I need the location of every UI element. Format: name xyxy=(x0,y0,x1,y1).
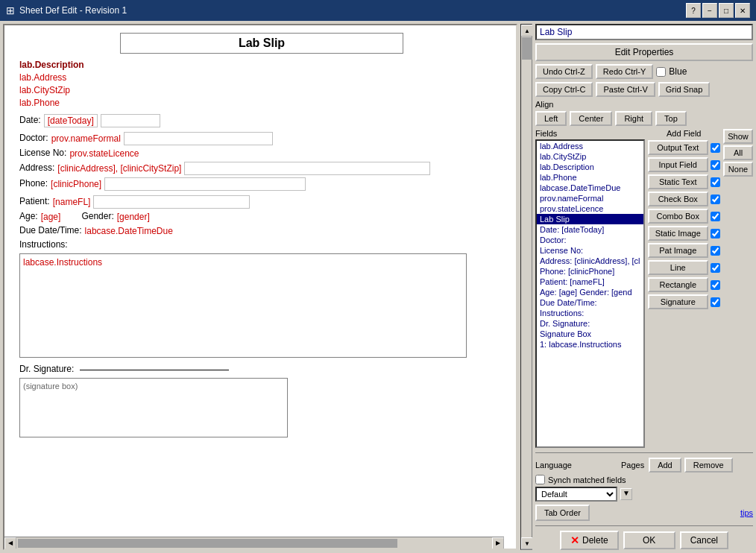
fields-list-item[interactable]: Due Date/Time: xyxy=(537,297,643,308)
fields-list-item[interactable]: 1: labcase.Instructions xyxy=(537,339,643,350)
fields-list-item[interactable]: Patient: [nameFL] xyxy=(537,276,643,287)
fields-list-item[interactable]: Instructions: xyxy=(537,308,643,318)
scroll-left-btn[interactable]: ◀ xyxy=(4,537,16,549)
language-select[interactable]: Default xyxy=(535,487,617,502)
blue-checkbox[interactable] xyxy=(656,67,666,77)
input-field-button[interactable]: Input Field xyxy=(648,157,709,172)
copy-button[interactable]: Copy Ctrl-C xyxy=(535,82,593,97)
fields-list-item[interactable]: labcase.DateTimeDue xyxy=(537,183,643,193)
name-input[interactable] xyxy=(535,24,753,40)
combo-box-checkbox[interactable] xyxy=(711,212,720,221)
restore-button[interactable]: □ xyxy=(719,3,734,18)
fields-list-item[interactable]: prov.nameFormal xyxy=(537,193,643,203)
edit-properties-button[interactable]: Edit Properties xyxy=(535,43,753,61)
ok-button[interactable]: OK xyxy=(623,531,675,549)
fields-list-item[interactable]: Lab Slip xyxy=(537,214,643,224)
fields-list-item[interactable]: Phone: [clinicPhone] xyxy=(537,266,643,276)
patient-row: Patient: [nameFL] xyxy=(19,195,504,209)
fields-list-item[interactable]: Doctor: xyxy=(537,235,643,245)
fields-list-item[interactable]: lab.Address xyxy=(537,141,643,151)
fields-list-item[interactable]: License No: xyxy=(537,245,643,256)
pat-image-button[interactable]: Pat Image xyxy=(648,243,709,258)
fields-list-item[interactable]: prov.stateLicence xyxy=(537,203,643,214)
fields-list-item[interactable]: Date: [dateToday] xyxy=(537,224,643,235)
add-field-column: Add Field Output Text Input Field Static… xyxy=(648,129,721,448)
undo-button[interactable]: Undo Ctrl-Z xyxy=(535,64,593,79)
input-field-checkbox[interactable] xyxy=(711,160,720,170)
rectangle-button[interactable]: Rectangle xyxy=(648,277,709,292)
static-image-checkbox[interactable] xyxy=(711,229,720,238)
fields-list[interactable]: lab.Addresslab.CityStZiplab.Descriptionl… xyxy=(535,139,645,448)
none-button[interactable]: None xyxy=(723,162,753,177)
signature-button[interactable]: Signature xyxy=(648,294,709,309)
align-left-button[interactable]: Left xyxy=(535,111,567,126)
static-image-button[interactable]: Static Image xyxy=(648,226,709,241)
line-checkbox[interactable] xyxy=(711,263,720,273)
grid-snap-button[interactable]: Grid Snap xyxy=(658,82,711,97)
paste-button[interactable]: Paste Ctrl-V xyxy=(596,82,655,97)
static-text-checkbox[interactable] xyxy=(711,177,720,187)
tips-link[interactable]: tips xyxy=(740,508,753,517)
scroll-right-btn[interactable]: ▶ xyxy=(492,537,504,549)
address-row: Address: [clinicAddress], [clinicCityStZ… xyxy=(19,162,504,175)
delete-button[interactable]: ✕ Delete xyxy=(560,531,619,550)
patient-value: [nameFL] xyxy=(53,197,91,207)
fields-list-item[interactable]: Address: [clinicAddress], [cl xyxy=(537,256,643,266)
fields-list-item[interactable]: lab.Description xyxy=(537,162,643,172)
fields-list-item[interactable]: lab.CityStZip xyxy=(537,151,643,162)
tab-order-button[interactable]: Tab Order xyxy=(535,505,590,521)
help-button[interactable]: ? xyxy=(686,3,701,18)
signature-section: Dr. Signature: (signature box) xyxy=(19,364,504,437)
license-label: License No: xyxy=(19,148,66,158)
pages-remove-button[interactable]: Remove xyxy=(684,458,733,473)
redo-button[interactable]: Redo Ctrl-Y xyxy=(596,64,653,79)
canvas-panel: Lab Slip lab.Description lab.Address lab… xyxy=(3,24,517,550)
lab-address-field: lab.Address xyxy=(19,72,66,83)
fields-list-item[interactable]: lab.Phone xyxy=(537,172,643,183)
rectangle-checkbox[interactable] xyxy=(711,280,720,290)
static-text-button[interactable]: Static Text xyxy=(648,174,709,189)
vertical-scrollbar[interactable]: ▲ ▼ xyxy=(520,24,532,550)
doctor-input xyxy=(124,132,273,145)
all-button[interactable]: All xyxy=(723,145,753,160)
signature-checkbox[interactable] xyxy=(711,297,720,307)
static-image-row: Static Image xyxy=(648,226,721,241)
gender-label: Gender: xyxy=(81,211,113,221)
address-input xyxy=(184,162,430,175)
instructions-label: Instructions: xyxy=(19,239,68,250)
combo-box-button[interactable]: Combo Box xyxy=(648,209,709,224)
output-text-button[interactable]: Output Text xyxy=(648,140,709,155)
delete-label: Delete xyxy=(582,535,608,546)
scroll-down-btn[interactable]: ▼ xyxy=(521,537,533,549)
fields-list-item[interactable]: Dr. Signature: xyxy=(537,318,643,329)
pages-add-button[interactable]: Add xyxy=(649,458,681,473)
output-text-row: Output Text xyxy=(648,140,721,155)
cancel-button[interactable]: Cancel xyxy=(680,531,728,549)
phone-label: Phone: xyxy=(19,178,48,189)
scroll-up-btn[interactable]: ▲ xyxy=(521,25,533,37)
output-text-checkbox[interactable] xyxy=(711,143,720,153)
address-label: Address: xyxy=(19,162,54,173)
bottom-section: Language Pages Add Remove Synch matched … xyxy=(535,451,753,550)
show-button[interactable]: Show xyxy=(723,129,753,144)
align-center-button[interactable]: Center xyxy=(570,111,612,126)
line-button[interactable]: Line xyxy=(648,260,709,275)
lab-description-row: lab.Description xyxy=(19,60,504,70)
doctor-value: prov.nameFormal xyxy=(51,133,121,144)
check-box-checkbox[interactable] xyxy=(711,195,720,204)
minimize-button[interactable]: − xyxy=(702,3,717,18)
align-right-button[interactable]: Right xyxy=(615,111,652,126)
phone-value: [clinicPhone] xyxy=(51,179,101,189)
horizontal-scrollbar[interactable]: ◀ ▶ xyxy=(4,537,504,549)
check-box-button[interactable]: Check Box xyxy=(648,192,709,206)
instructions-area: labcase.Instructions xyxy=(19,253,467,358)
sig-box-label: (signature box) xyxy=(23,382,78,391)
fields-list-item[interactable]: Signature Box xyxy=(537,329,643,339)
synch-checkbox[interactable] xyxy=(535,475,545,484)
close-button[interactable]: ✕ xyxy=(735,3,750,18)
align-top-button[interactable]: Top xyxy=(655,111,687,126)
pat-image-checkbox[interactable] xyxy=(711,246,720,256)
language-dropdown-arrow[interactable]: ▼ xyxy=(620,488,632,500)
synch-row: Synch matched fields xyxy=(535,475,753,484)
fields-list-item[interactable]: Age: [age] Gender: [gend xyxy=(537,287,643,297)
